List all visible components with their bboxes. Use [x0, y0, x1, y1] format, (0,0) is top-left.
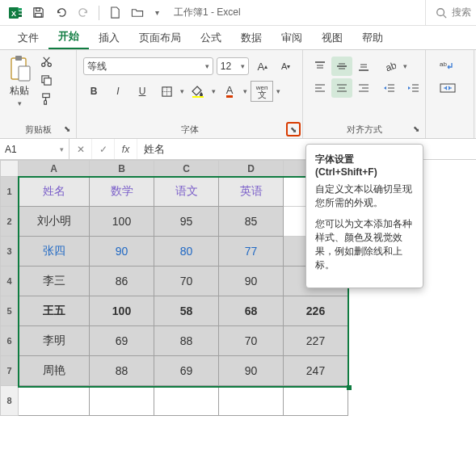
cell-B4[interactable]: 86	[90, 267, 154, 296]
italic-button[interactable]: I	[107, 82, 128, 101]
fill-color-icon[interactable]	[187, 82, 209, 101]
cell-E8[interactable]	[284, 386, 348, 416]
cell-D5[interactable]: 68	[219, 296, 284, 326]
cell-A6[interactable]: 李明	[19, 326, 90, 356]
cell-D8[interactable]	[219, 386, 284, 416]
cancel-edit-icon[interactable]: ✕	[70, 139, 92, 159]
col-header-A[interactable]: A	[19, 161, 90, 177]
tab-页面布局[interactable]: 页面布局	[129, 26, 191, 49]
cell-A3[interactable]: 张四	[19, 237, 90, 267]
cell-D7[interactable]: 90	[219, 356, 284, 386]
wrap-text-icon[interactable]: ab	[432, 57, 463, 76]
cell-E6[interactable]: 227	[284, 326, 348, 356]
cell-D2[interactable]: 85	[219, 207, 284, 237]
formula-input[interactable]: 姓名	[137, 142, 171, 157]
cell-C5[interactable]: 58	[154, 296, 219, 326]
tab-插入[interactable]: 插入	[89, 26, 129, 49]
cell-B1[interactable]: 数学	[90, 177, 154, 207]
cell-A4[interactable]: 李三	[19, 267, 90, 296]
font-color-icon[interactable]: A	[219, 82, 240, 101]
phonetic-guide-icon[interactable]: wen文	[251, 81, 273, 102]
cell-E7[interactable]: 247	[284, 356, 348, 386]
col-header-C[interactable]: C	[154, 161, 219, 177]
cell-C1[interactable]: 语文	[154, 177, 219, 207]
row-header-5[interactable]: 5	[1, 296, 19, 326]
cell-D1[interactable]: 英语	[219, 177, 284, 207]
row-header-7[interactable]: 7	[1, 356, 19, 386]
cell-A7[interactable]: 周艳	[19, 356, 90, 386]
copy-icon[interactable]	[37, 72, 55, 88]
redo-icon[interactable]	[73, 2, 94, 23]
font-name-combo[interactable]: 等线▾	[83, 57, 213, 75]
cell-B2[interactable]: 100	[90, 207, 154, 237]
paste-button[interactable]: 粘贴 ▾	[6, 53, 32, 109]
undo-icon[interactable]	[50, 2, 71, 23]
cell-B5[interactable]: 100	[90, 296, 154, 326]
search-box[interactable]: 搜索	[425, 0, 471, 25]
cell-D6[interactable]: 70	[219, 326, 284, 356]
select-all-corner[interactable]	[1, 161, 19, 177]
open-folder-icon[interactable]	[127, 2, 148, 23]
tab-帮助[interactable]: 帮助	[352, 26, 393, 49]
cell-A2[interactable]: 刘小明	[19, 207, 90, 237]
cell-C4[interactable]: 70	[154, 267, 219, 296]
tab-审阅[interactable]: 审阅	[272, 26, 312, 49]
align-center-icon[interactable]	[331, 78, 352, 98]
cell-B7[interactable]: 88	[90, 356, 154, 386]
orientation-icon[interactable]: ab	[379, 57, 400, 76]
cell-C7[interactable]: 69	[154, 356, 219, 386]
selection-handle[interactable]	[347, 385, 352, 390]
border-icon[interactable]	[156, 82, 177, 101]
row-header-4[interactable]: 4	[1, 267, 19, 296]
row-header-8[interactable]: 8	[1, 386, 19, 416]
cell-E5[interactable]: 226	[284, 296, 348, 326]
cell-C8[interactable]	[154, 386, 219, 416]
col-header-D[interactable]: D	[219, 161, 284, 177]
cell-B6[interactable]: 69	[90, 326, 154, 356]
align-middle-icon[interactable]	[331, 57, 352, 76]
decrease-indent-icon[interactable]	[379, 78, 400, 98]
increase-font-icon[interactable]: A▴	[252, 57, 272, 76]
fx-icon[interactable]: fx	[115, 139, 137, 159]
cell-D4[interactable]: 90	[219, 267, 284, 296]
increase-indent-icon[interactable]	[403, 78, 424, 98]
cell-A1[interactable]: 姓名	[19, 177, 90, 207]
cell-B3[interactable]: 90	[90, 237, 154, 267]
font-size-combo[interactable]: 12▾	[217, 57, 250, 75]
name-box[interactable]: A1▾	[0, 139, 70, 159]
tab-开始[interactable]: 开始	[48, 24, 89, 49]
new-file-icon[interactable]	[104, 2, 125, 23]
tab-文件[interactable]: 文件	[8, 26, 48, 49]
underline-button[interactable]: U	[132, 82, 153, 101]
align-bottom-icon[interactable]	[353, 57, 374, 76]
row-header-1[interactable]: 1	[1, 177, 19, 207]
cell-B8[interactable]	[90, 386, 154, 416]
clipboard-launcher-icon[interactable]: ⬊	[61, 123, 73, 135]
cell-A5[interactable]: 王五	[19, 296, 90, 326]
cell-C3[interactable]: 80	[154, 237, 219, 267]
confirm-edit-icon[interactable]: ✓	[92, 139, 115, 159]
save-icon[interactable]	[27, 2, 48, 23]
decrease-font-icon[interactable]: A▾	[276, 57, 296, 76]
tab-数据[interactable]: 数据	[231, 26, 272, 49]
align-right-icon[interactable]	[353, 78, 374, 98]
cell-D3[interactable]: 77	[219, 237, 284, 267]
align-left-icon[interactable]	[310, 78, 331, 98]
tab-视图[interactable]: 视图	[312, 26, 352, 49]
cell-C6[interactable]: 88	[154, 326, 219, 356]
row-header-2[interactable]: 2	[1, 207, 19, 237]
col-header-B[interactable]: B	[90, 161, 154, 177]
bold-button[interactable]: B	[83, 82, 104, 101]
row-header-3[interactable]: 3	[1, 237, 19, 267]
cell-C2[interactable]: 95	[154, 207, 219, 237]
alignment-launcher-icon[interactable]: ⬊	[410, 123, 422, 135]
tab-公式[interactable]: 公式	[191, 26, 231, 49]
format-painter-icon[interactable]	[37, 90, 55, 107]
merge-center-icon[interactable]	[432, 78, 463, 98]
cell-A8[interactable]	[19, 386, 90, 416]
align-top-icon[interactable]	[310, 57, 331, 76]
qat-dropdown-icon[interactable]: ▾	[150, 2, 164, 23]
cut-icon[interactable]	[37, 53, 55, 69]
font-launcher-icon[interactable]: ⬊	[286, 122, 301, 136]
row-header-6[interactable]: 6	[1, 326, 19, 356]
